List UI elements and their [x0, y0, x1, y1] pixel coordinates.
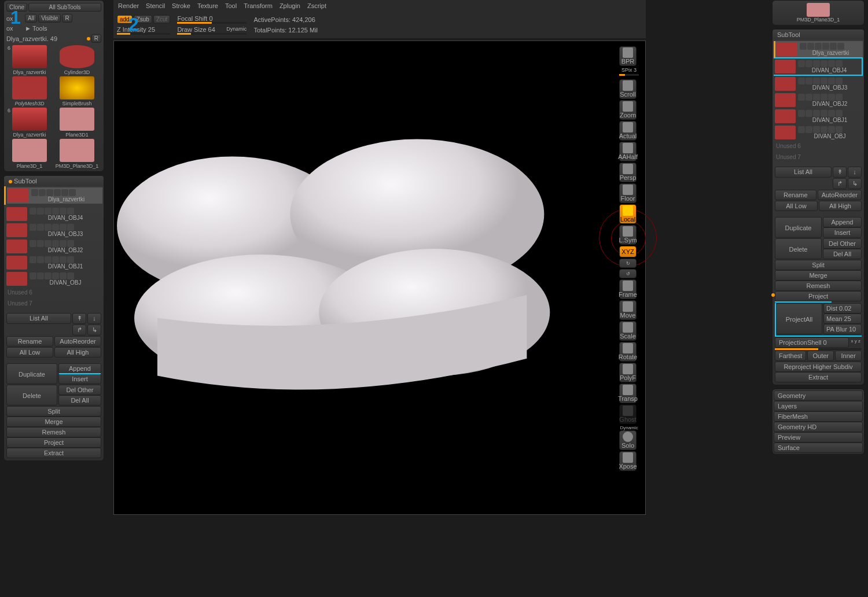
rot-ccw-button[interactable]: ↺: [619, 269, 637, 278]
subtool-r-1[interactable]: DIVAN_OBJ4: [774, 58, 863, 76]
split-button[interactable]: Split: [6, 406, 101, 417]
autoreorder-r[interactable]: AutoReorder: [818, 190, 862, 200]
tool-item-1[interactable]: Cylinder3D: [54, 45, 100, 75]
down2-r[interactable]: ↳: [848, 178, 862, 189]
subtool-item-2[interactable]: DIVAN_OBJ3: [5, 222, 102, 238]
tool-item-6[interactable]: Plane3D_1: [6, 139, 53, 169]
merge-r[interactable]: Merge: [775, 270, 862, 281]
projectionshell-slider[interactable]: ProjectionShell 0: [775, 337, 849, 348]
extract-button[interactable]: Extract: [6, 448, 101, 458]
right-r[interactable]: ↱: [833, 178, 847, 189]
subtool-item-5[interactable]: DIVAN_OBJ: [5, 271, 102, 287]
preview-section[interactable]: Preview: [774, 432, 863, 443]
aahalf-button[interactable]: AAHalf: [619, 142, 637, 161]
subtool-item-3[interactable]: DIVAN_OBJ2: [5, 238, 102, 255]
actual-button[interactable]: Actual: [619, 121, 637, 141]
menu-tool[interactable]: Tool: [225, 2, 237, 9]
layers-section[interactable]: Layers: [774, 401, 863, 411]
tool-item-7[interactable]: PM3D_Plane3D_1: [54, 139, 100, 169]
down-r[interactable]: ↓: [848, 167, 862, 178]
arrow-down2-button[interactable]: ↳: [87, 325, 101, 336]
local-button[interactable]: Local: [619, 204, 637, 224]
rename-r[interactable]: Rename: [775, 190, 816, 200]
delete-button[interactable]: Delete: [6, 385, 57, 406]
zcut-button[interactable]: Zcut: [153, 15, 170, 24]
geometry-section[interactable]: Geometry: [774, 390, 863, 401]
append-r[interactable]: Append: [823, 217, 862, 227]
merge-button[interactable]: Merge: [6, 417, 101, 427]
transp-button[interactable]: Transp: [619, 384, 637, 403]
autoreorder-button[interactable]: AutoReorder: [54, 336, 101, 347]
spix-slider[interactable]: SPix 3: [619, 67, 639, 73]
arrow-down-button[interactable]: ↓: [87, 313, 101, 324]
up-r[interactable]: ↟: [833, 167, 847, 178]
project-button[interactable]: Project: [6, 437, 101, 448]
floor-button[interactable]: Floor: [619, 183, 637, 203]
persp-button[interactable]: Persp: [619, 163, 637, 182]
arrow-up-button[interactable]: ↟: [72, 313, 86, 324]
draw-size-slider[interactable]: Draw Size 64 Dynamic: [177, 26, 247, 35]
xyz-button[interactable]: XYZ: [619, 246, 637, 257]
tool-item-5[interactable]: Plane3D1: [54, 108, 100, 138]
delall-r[interactable]: Del All: [823, 249, 862, 259]
dist-slider[interactable]: Dist 0.02: [823, 303, 862, 314]
delete-r[interactable]: Delete: [775, 238, 822, 259]
duplicate-button[interactable]: Duplicate: [6, 363, 57, 384]
move-button[interactable]: Move: [619, 300, 637, 320]
split-r[interactable]: Split: [775, 260, 862, 270]
subtool-item-4[interactable]: DIVAN_OBJ1: [5, 255, 102, 271]
rot-cw-button[interactable]: ↻: [619, 259, 637, 268]
polyf-button[interactable]: PolyF: [619, 363, 637, 382]
all-subtools-button[interactable]: All SubTools: [28, 3, 101, 12]
extract-r[interactable]: Extract: [775, 372, 862, 382]
mean-slider[interactable]: Mean 25: [823, 314, 862, 324]
subtool-item-1[interactable]: DIVAN_OBJ4: [5, 206, 102, 222]
menu-stroke[interactable]: Stroke: [172, 2, 190, 9]
viewport-canvas[interactable]: [113, 40, 646, 515]
list-all-r[interactable]: List All: [775, 167, 832, 178]
frame-button[interactable]: Frame: [619, 279, 637, 299]
box-all-button[interactable]: All: [25, 14, 37, 23]
remesh-r[interactable]: Remesh: [775, 281, 862, 291]
duplicate-r[interactable]: Duplicate: [775, 217, 822, 238]
surface-section[interactable]: Surface: [774, 443, 863, 453]
remesh-button[interactable]: Remesh: [6, 427, 101, 437]
bpr-button[interactable]: BPR: [619, 46, 637, 66]
tool-item-0[interactable]: 6 Dlya_razvertki: [6, 45, 53, 75]
outer-button[interactable]: Outer: [807, 351, 834, 361]
z-intensity-slider[interactable]: Z Intensity 25: [117, 26, 170, 35]
lsym-button[interactable]: L.Sym: [619, 225, 637, 245]
subtool-r-5[interactable]: DIVAN_OBJ: [774, 124, 863, 141]
pablur-slider[interactable]: PA Blur 10: [823, 324, 862, 334]
farthest-button[interactable]: Farthest: [775, 351, 806, 361]
solo-button[interactable]: Solo: [619, 430, 637, 450]
subtool-r-4[interactable]: DIVAN_OBJ1: [774, 108, 863, 124]
menu-zplugin[interactable]: Zplugin: [279, 2, 300, 9]
subtool-r-0[interactable]: Dlya_razvertki: [774, 41, 863, 58]
scale-button[interactable]: Scale: [619, 321, 637, 341]
delother-r[interactable]: Del Other: [823, 238, 862, 249]
tool-name[interactable]: Dlya_razvertki. 49: [6, 35, 86, 42]
tool-item-4[interactable]: 6 Dlya_razvertki: [6, 108, 53, 138]
rotate-button[interactable]: Rotate: [619, 342, 637, 362]
rename-button[interactable]: Rename: [6, 336, 53, 347]
reproject-button[interactable]: Reproject Higher Subdiv: [775, 362, 862, 372]
tool-item-3[interactable]: SimpleBrush: [54, 76, 100, 106]
r-button-2[interactable]: R: [91, 34, 101, 43]
tool-item-2[interactable]: PolyMesh3D: [6, 76, 53, 106]
project-r[interactable]: Project: [775, 291, 862, 301]
subtool-r-3[interactable]: DIVAN_OBJ2: [774, 92, 863, 108]
r-button-1[interactable]: R: [62, 14, 72, 23]
arrow-right-button[interactable]: ↱: [72, 325, 86, 336]
menu-zscript[interactable]: Zscript: [307, 2, 326, 9]
list-all-button[interactable]: List All: [6, 313, 71, 324]
inner-button[interactable]: Inner: [835, 351, 862, 361]
ghost-button[interactable]: Ghost: [619, 404, 637, 424]
subtool-r-2[interactable]: DIVAN_OBJ3: [774, 76, 863, 92]
fibermesh-section[interactable]: FiberMesh: [774, 411, 863, 422]
visible-button[interactable]: Visible: [38, 14, 61, 23]
subtool-item-0[interactable]: Dlya_razvertki: [7, 187, 102, 204]
zoom-button[interactable]: Zoom: [619, 100, 637, 120]
scroll-button[interactable]: Scroll: [619, 79, 637, 99]
focal-shift-slider[interactable]: Focal Shift 0: [177, 15, 247, 24]
